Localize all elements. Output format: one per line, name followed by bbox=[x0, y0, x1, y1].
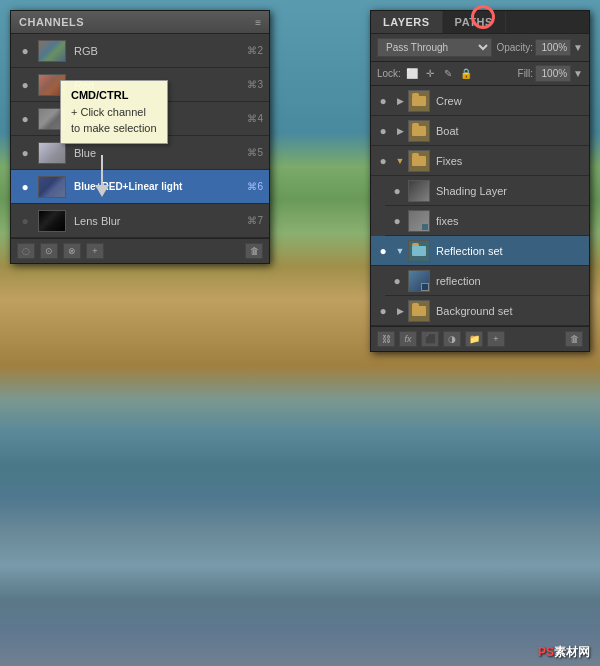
eye-icon-shading[interactable]: ● bbox=[389, 184, 405, 198]
save-selection-icon[interactable]: ⊙ bbox=[40, 243, 58, 259]
load-selection-icon[interactable]: ⊗ bbox=[63, 243, 81, 259]
blend-opacity-row: Pass Through Normal Multiply Screen Opac… bbox=[371, 34, 589, 62]
layer-name-reflection: reflection bbox=[436, 275, 585, 287]
arrow-head bbox=[95, 185, 109, 197]
lock-position-icon[interactable]: ✛ bbox=[423, 67, 437, 81]
tooltip-line3: to make selection bbox=[71, 120, 157, 137]
channel-shortcut-green: ⌘4 bbox=[247, 113, 263, 124]
channel-shortcut-lens: ⌘7 bbox=[247, 215, 263, 226]
layer-row-shading[interactable]: ● Shading Layer bbox=[385, 176, 589, 206]
layer-row-reflection[interactable]: ● reflection bbox=[385, 266, 589, 296]
watermark-suffix: 素材网 bbox=[554, 645, 590, 659]
layer-row-fixes-group[interactable]: ● ▼ Fixes bbox=[371, 146, 589, 176]
channel-shortcut-custom: ⌘6 bbox=[247, 181, 263, 192]
thumb-fixes-layer bbox=[408, 210, 430, 232]
thumb-custom bbox=[38, 176, 66, 198]
watermark-text: PS素材网 bbox=[538, 645, 590, 659]
eye-icon-background-set[interactable]: ● bbox=[375, 304, 391, 318]
eye-icon-rgb[interactable]: ● bbox=[17, 43, 33, 59]
expand-crew[interactable]: ▶ bbox=[394, 95, 406, 107]
thumb-blue bbox=[38, 142, 66, 164]
layer-name-fixes-group: Fixes bbox=[436, 155, 585, 167]
dotted-circle-icon[interactable]: ◌ bbox=[17, 243, 35, 259]
layer-name-reflection-set: Reflection set bbox=[436, 245, 585, 257]
channel-shortcut-rgb: ⌘2 bbox=[247, 45, 263, 56]
panel-controls: ≡ bbox=[255, 17, 261, 28]
channel-name-lens: Lens Blur bbox=[74, 215, 247, 227]
expand-fixes[interactable]: ▼ bbox=[394, 155, 406, 167]
layer-name-background-set: Background set bbox=[436, 305, 585, 317]
tooltip-line1: CMD/CTRL bbox=[71, 87, 157, 104]
fill-control: Fill: ▼ bbox=[518, 65, 583, 82]
fill-label: Fill: bbox=[518, 68, 534, 79]
adjustment-icon[interactable]: ◑ bbox=[443, 331, 461, 347]
eye-icon-boat[interactable]: ● bbox=[375, 124, 391, 138]
channel-shortcut-red: ⌘3 bbox=[247, 79, 263, 90]
mask-icon[interactable]: ⬛ bbox=[421, 331, 439, 347]
eye-icon-custom[interactable]: ● bbox=[17, 179, 33, 195]
thumb-shading bbox=[408, 180, 430, 202]
lock-transparent-icon[interactable]: ⬜ bbox=[405, 67, 419, 81]
channel-shortcut-blue: ⌘5 bbox=[247, 147, 263, 158]
layer-name-shading: Shading Layer bbox=[436, 185, 585, 197]
channel-row-lens[interactable]: ● Lens Blur ⌘7 bbox=[11, 204, 269, 238]
expand-reflection-set[interactable]: ▼ bbox=[394, 245, 406, 257]
layer-row-boat[interactable]: ● ▶ Boat bbox=[371, 116, 589, 146]
channels-title: CHANNELS bbox=[19, 16, 84, 28]
arrow-indicator bbox=[95, 155, 109, 197]
thumb-crew bbox=[408, 90, 430, 112]
opacity-label: Opacity: bbox=[496, 42, 533, 53]
opacity-input[interactable] bbox=[535, 39, 571, 56]
new-channel-icon[interactable]: + bbox=[86, 243, 104, 259]
delete-layer-icon[interactable]: 🗑 bbox=[565, 331, 583, 347]
thumb-background-set bbox=[408, 300, 430, 322]
thumb-reflection-set bbox=[408, 240, 430, 262]
eye-icon-reflection-set[interactable]: ● bbox=[375, 244, 391, 258]
eye-icon-green[interactable]: ● bbox=[17, 111, 33, 127]
thumb-boat bbox=[408, 120, 430, 142]
new-layer-icon[interactable]: + bbox=[487, 331, 505, 347]
layer-row-reflection-set[interactable]: ● ▼ Reflection set bbox=[371, 236, 589, 266]
opacity-arrow[interactable]: ▼ bbox=[573, 42, 583, 53]
layer-row-crew[interactable]: ● ▶ Crew bbox=[371, 86, 589, 116]
arrow-line bbox=[101, 155, 103, 185]
layer-row-fixes-layer[interactable]: ● fixes bbox=[385, 206, 589, 236]
tab-layers[interactable]: LAYERS bbox=[371, 11, 443, 33]
opacity-control: Opacity: ▼ bbox=[496, 39, 583, 56]
fill-input[interactable] bbox=[535, 65, 571, 82]
channel-row-custom[interactable]: ● Blue+RED+Linear light ⌘6 bbox=[11, 170, 269, 204]
watermark: PS素材网 bbox=[538, 644, 590, 661]
layers-panel: LAYERS PATHS Pass Through Normal Multipl… bbox=[370, 10, 590, 352]
channel-row-rgb[interactable]: ● RGB ⌘2 bbox=[11, 34, 269, 68]
delete-channel-icon[interactable]: 🗑 bbox=[245, 243, 263, 259]
lock-image-icon[interactable]: ✎ bbox=[441, 67, 455, 81]
channels-header: CHANNELS ≡ bbox=[11, 11, 269, 34]
eye-icon-red[interactable]: ● bbox=[17, 77, 33, 93]
panel-menu-icon[interactable]: ≡ bbox=[255, 17, 261, 28]
channels-toolbar: ◌ ⊙ ⊗ + 🗑 bbox=[11, 238, 269, 263]
link-icon[interactable]: ⛓ bbox=[377, 331, 395, 347]
blend-mode-select[interactable]: Pass Through Normal Multiply Screen bbox=[377, 38, 492, 57]
lock-fill-row: Lock: ⬜ ✛ ✎ 🔒 Fill: ▼ bbox=[371, 62, 589, 86]
layer-name-crew: Crew bbox=[436, 95, 585, 107]
thumb-reflection bbox=[408, 270, 430, 292]
folder-icon[interactable]: 📁 bbox=[465, 331, 483, 347]
eye-icon-fixes-layer[interactable]: ● bbox=[389, 214, 405, 228]
eye-icon-blue[interactable]: ● bbox=[17, 145, 33, 161]
fill-arrow[interactable]: ▼ bbox=[573, 68, 583, 79]
expand-boat[interactable]: ▶ bbox=[394, 125, 406, 137]
eye-icon-fixes-group[interactable]: ● bbox=[375, 154, 391, 168]
eye-icon-lens[interactable]: ● bbox=[17, 213, 33, 229]
thumb-rgb bbox=[38, 40, 66, 62]
fx-icon[interactable]: fx bbox=[399, 331, 417, 347]
expand-background-set[interactable]: ▶ bbox=[394, 305, 406, 317]
tooltip-box: CMD/CTRL + Click channel to make selecti… bbox=[60, 80, 168, 144]
lock-label: Lock: bbox=[377, 68, 401, 79]
eye-icon-reflection[interactable]: ● bbox=[389, 274, 405, 288]
tooltip-line2: + Click channel bbox=[71, 104, 157, 121]
lock-all-icon[interactable]: 🔒 bbox=[459, 67, 473, 81]
hint-circle bbox=[471, 5, 495, 29]
layer-name-boat: Boat bbox=[436, 125, 585, 137]
layer-row-background-set[interactable]: ● ▶ Background set bbox=[371, 296, 589, 326]
eye-icon-crew[interactable]: ● bbox=[375, 94, 391, 108]
